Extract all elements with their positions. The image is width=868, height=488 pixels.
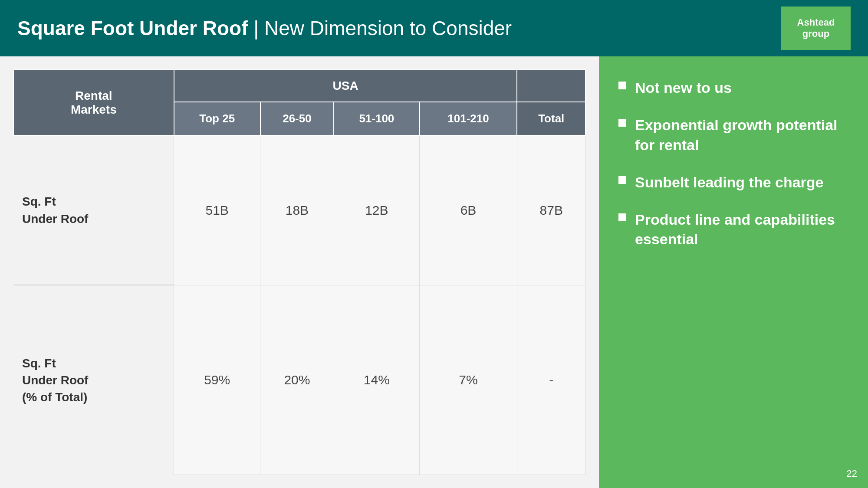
col-header-51-100: 51-100 — [334, 102, 419, 135]
logo: Ashtead group — [781, 7, 851, 50]
col-header-top25: Top 25 — [174, 102, 260, 135]
value-sqft-101-210: 6B — [460, 203, 477, 217]
col-label-total: Total — [538, 112, 564, 125]
bullet-text-1: Not new to us — [635, 78, 732, 98]
cell-pct-101-210: 7% — [420, 285, 517, 475]
table-row-sqft: Sq. Ft Under Roof 51B 18B 12B 6B — [13, 135, 585, 285]
value-sqft-total: 87B — [540, 203, 563, 217]
col-header-26-50: 26-50 — [260, 102, 334, 135]
title-bold: Square Foot Under Roof — [17, 17, 248, 39]
cell-sqft-26-50: 18B — [260, 135, 334, 285]
cell-pct-51-100: 14% — [334, 285, 419, 475]
bullet-text-2: Exponential growth potential for rental — [635, 115, 848, 155]
value-pct-51-100: 14% — [364, 373, 390, 387]
usa-label: USA — [333, 79, 358, 92]
page-title: Square Foot Under Roof | New Dimension t… — [17, 16, 512, 40]
bullet-text-3: Sunbelt leading the charge — [635, 173, 824, 193]
bullet-square-4 — [618, 213, 626, 221]
logo-line1: Ashtead — [797, 17, 835, 28]
bullet-item-2: Exponential growth potential for rental — [618, 115, 848, 155]
page-number: 22 — [847, 468, 857, 479]
col-label-101-210: 101-210 — [447, 112, 489, 125]
logo-text: Ashtead group — [797, 17, 835, 40]
cell-sqft-51-100: 12B — [334, 135, 419, 285]
slide-container: Square Foot Under Roof | New Dimension t… — [0, 0, 868, 488]
value-sqft-51-100: 12B — [365, 203, 388, 217]
bullet-item-4: Product line and capabilities essential — [618, 210, 848, 250]
bullet-text-4: Product line and capabilities essential — [635, 210, 848, 250]
main-content: Rental Markets USA Top 25 26-50 — [0, 56, 868, 488]
bullet-item-1: Not new to us — [618, 78, 848, 98]
col-label-26-50: 26-50 — [283, 112, 312, 125]
col-header-total: Total — [517, 102, 585, 135]
value-sqft-top25: 51B — [205, 203, 228, 217]
right-panel: Not new to us Exponential growth potenti… — [599, 56, 868, 488]
header: Square Foot Under Roof | New Dimension t… — [0, 0, 868, 56]
bullet-square-3 — [618, 176, 626, 184]
cell-pct-26-50: 20% — [260, 285, 334, 475]
title-normal: | New Dimension to Consider — [248, 17, 512, 39]
data-table: Rental Markets USA Top 25 26-50 — [13, 69, 586, 475]
logo-line2: group — [802, 28, 829, 39]
row-label-pct: Sq. Ft Under Roof (% of Total) — [22, 357, 88, 404]
cell-pct-total: - — [517, 285, 585, 475]
value-pct-101-210: 7% — [459, 373, 477, 387]
col-header-101-210: 101-210 — [420, 102, 517, 135]
value-pct-top25: 59% — [204, 373, 230, 387]
value-pct-total: - — [549, 373, 553, 387]
value-sqft-26-50: 18B — [286, 203, 309, 217]
value-pct-26-50: 20% — [284, 373, 310, 387]
row-header-pct: Sq. Ft Under Roof (% of Total) — [13, 285, 174, 475]
bullet-square-2 — [618, 119, 626, 127]
row-header-sqft: Sq. Ft Under Roof — [13, 135, 174, 285]
cell-sqft-total: 87B — [517, 135, 585, 285]
col-label-51-100: 51-100 — [359, 112, 394, 125]
bullet-square-1 — [618, 82, 626, 89]
row-label-sqft: Sq. Ft Under Roof — [22, 195, 88, 225]
usa-header: USA — [174, 70, 517, 102]
cell-sqft-101-210: 6B — [420, 135, 517, 285]
bullet-item-3: Sunbelt leading the charge — [618, 173, 848, 193]
col-label-top25: Top 25 — [199, 112, 235, 125]
table-row-pct: Sq. Ft Under Roof (% of Total) 59% 20% 1… — [13, 285, 585, 475]
page-number-value: 22 — [847, 468, 857, 479]
total-empty-top — [517, 70, 585, 102]
rental-markets-label: Rental Markets — [71, 89, 117, 116]
cell-sqft-top25: 51B — [174, 135, 260, 285]
table-area: Rental Markets USA Top 25 26-50 — [0, 56, 599, 488]
rental-markets-header: Rental Markets — [13, 70, 174, 135]
cell-pct-top25: 59% — [174, 285, 260, 475]
